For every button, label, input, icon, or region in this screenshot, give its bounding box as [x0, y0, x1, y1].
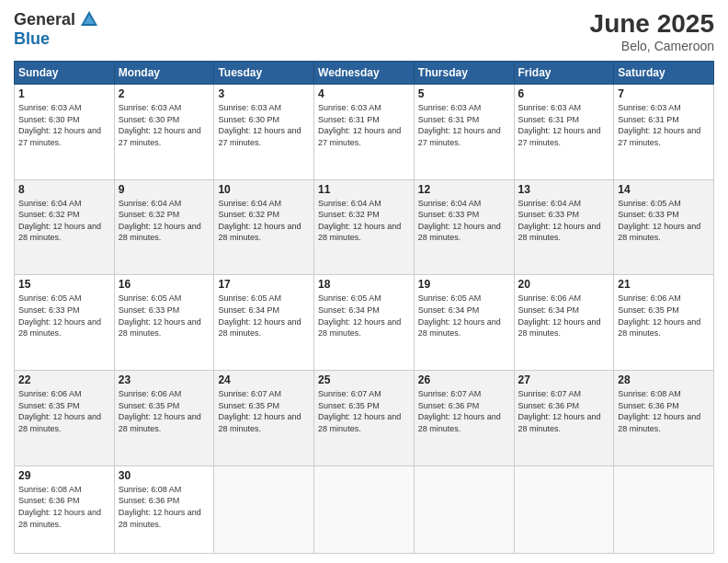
- page: General Blue June 2025 Belo, Cameroon Su…: [0, 0, 728, 563]
- calendar-cell: 7Sunrise: 6:03 AMSunset: 6:31 PMDaylight…: [614, 85, 714, 180]
- col-sunday: Sunday: [15, 62, 115, 85]
- calendar-cell: 21Sunrise: 6:06 AMSunset: 6:35 PMDayligh…: [614, 275, 714, 371]
- calendar-cell: [214, 465, 314, 553]
- calendar-cell: 4Sunrise: 6:03 AMSunset: 6:31 PMDaylight…: [314, 85, 415, 180]
- header: General Blue June 2025 Belo, Cameroon: [14, 9, 714, 53]
- calendar-cell: 30Sunrise: 6:08 AMSunset: 6:36 PMDayligh…: [114, 465, 214, 553]
- calendar-cell: 2Sunrise: 6:03 AMSunset: 6:30 PMDaylight…: [114, 85, 214, 180]
- calendar-cell: 18Sunrise: 6:05 AMSunset: 6:34 PMDayligh…: [314, 275, 415, 371]
- calendar-cell: 13Sunrise: 6:04 AMSunset: 6:33 PMDayligh…: [514, 179, 614, 275]
- calendar-cell: 23Sunrise: 6:06 AMSunset: 6:35 PMDayligh…: [114, 371, 214, 466]
- calendar-cell: 24Sunrise: 6:07 AMSunset: 6:35 PMDayligh…: [214, 371, 314, 466]
- col-thursday: Thursday: [414, 62, 514, 85]
- month-title: June 2025: [590, 9, 714, 39]
- calendar-cell: [514, 465, 614, 553]
- calendar-cell: [414, 465, 514, 553]
- col-friday: Friday: [514, 62, 614, 85]
- calendar-cell: 9Sunrise: 6:04 AMSunset: 6:32 PMDaylight…: [114, 179, 214, 275]
- logo: General Blue: [14, 9, 99, 49]
- calendar-cell: [614, 465, 714, 553]
- calendar-header-row: Sunday Monday Tuesday Wednesday Thursday…: [15, 62, 714, 85]
- calendar-table: Sunday Monday Tuesday Wednesday Thursday…: [14, 61, 714, 554]
- col-wednesday: Wednesday: [314, 62, 415, 85]
- calendar-cell: 19Sunrise: 6:05 AMSunset: 6:34 PMDayligh…: [414, 275, 514, 371]
- calendar-cell: 5Sunrise: 6:03 AMSunset: 6:31 PMDaylight…: [414, 85, 514, 180]
- calendar-cell: [314, 465, 415, 553]
- logo-icon: [79, 9, 99, 29]
- col-saturday: Saturday: [614, 62, 714, 85]
- calendar-cell: 27Sunrise: 6:07 AMSunset: 6:36 PMDayligh…: [514, 371, 614, 466]
- location: Belo, Cameroon: [590, 39, 714, 53]
- calendar-cell: 17Sunrise: 6:05 AMSunset: 6:34 PMDayligh…: [214, 275, 314, 371]
- calendar-cell: 14Sunrise: 6:05 AMSunset: 6:33 PMDayligh…: [614, 179, 714, 275]
- col-monday: Monday: [114, 62, 214, 85]
- logo-blue-text: Blue: [14, 29, 50, 49]
- calendar-cell: 20Sunrise: 6:06 AMSunset: 6:34 PMDayligh…: [514, 275, 614, 371]
- calendar-cell: 26Sunrise: 6:07 AMSunset: 6:36 PMDayligh…: [414, 371, 514, 466]
- logo-general-text: General: [14, 10, 75, 29]
- calendar-cell: 12Sunrise: 6:04 AMSunset: 6:33 PMDayligh…: [414, 179, 514, 275]
- calendar-cell: 11Sunrise: 6:04 AMSunset: 6:32 PMDayligh…: [314, 179, 415, 275]
- calendar-cell: 8Sunrise: 6:04 AMSunset: 6:32 PMDaylight…: [15, 179, 115, 275]
- col-tuesday: Tuesday: [214, 62, 314, 85]
- calendar-cell: 29Sunrise: 6:08 AMSunset: 6:36 PMDayligh…: [15, 465, 115, 553]
- calendar-cell: 25Sunrise: 6:07 AMSunset: 6:35 PMDayligh…: [314, 371, 415, 466]
- title-section: June 2025 Belo, Cameroon: [590, 9, 714, 53]
- calendar-cell: 28Sunrise: 6:08 AMSunset: 6:36 PMDayligh…: [614, 371, 714, 466]
- calendar-cell: 10Sunrise: 6:04 AMSunset: 6:32 PMDayligh…: [214, 179, 314, 275]
- calendar-cell: 6Sunrise: 6:03 AMSunset: 6:31 PMDaylight…: [514, 85, 614, 180]
- calendar-cell: 15Sunrise: 6:05 AMSunset: 6:33 PMDayligh…: [15, 275, 115, 371]
- calendar-cell: 22Sunrise: 6:06 AMSunset: 6:35 PMDayligh…: [15, 371, 115, 466]
- calendar-cell: 16Sunrise: 6:05 AMSunset: 6:33 PMDayligh…: [114, 275, 214, 371]
- calendar-cell: 3Sunrise: 6:03 AMSunset: 6:30 PMDaylight…: [214, 85, 314, 180]
- calendar-cell: 1Sunrise: 6:03 AMSunset: 6:30 PMDaylight…: [15, 85, 115, 180]
